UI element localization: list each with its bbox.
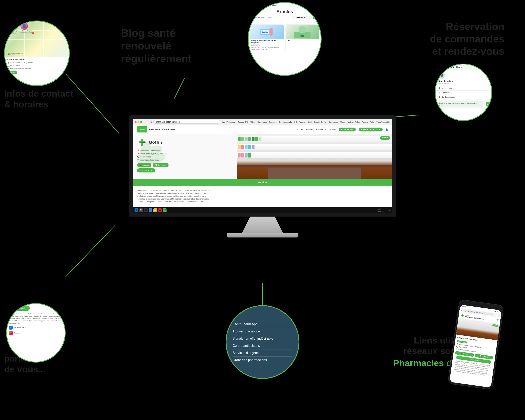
product-7 <box>259 137 262 141</box>
bookmark-gms[interactable]: GMS <box>307 121 312 123</box>
account-menu-mon-compte[interactable]: 👤 Mon compte <box>436 86 491 90</box>
bookmark-fanpage[interactable]: Fanpage <box>268 121 277 123</box>
phone-menu-icon[interactable]: ⋮ <box>498 315 499 317</box>
bookmark-analytics-robin[interactable]: Analytics Robin <box>346 121 361 123</box>
bookmark-compharm[interactable]: COMPharma <box>293 121 306 123</box>
blog-search-button[interactable]: 🔍 <box>313 16 319 19</box>
bookmark-tickets[interactable]: Tickets | Trello <box>362 121 375 123</box>
blog-article-2[interactable]: Atte... <box>285 24 319 51</box>
link-pharmaciens[interactable]: Ordre des pharmaciens <box>233 357 292 364</box>
bubble-blog: Articles Promotions Contact Articles Thè… <box>248 2 322 76</box>
close-dot[interactable] <box>134 121 137 123</box>
phone-commander-icon: 🛒 <box>469 358 471 360</box>
site-logo: GOFFIN Pharmacie Goffin Kleyer <box>137 126 175 132</box>
nav-rdv-button[interactable]: Prendre rendez-vous <box>359 128 383 131</box>
svg-point-16 <box>299 26 306 33</box>
nav-refresh[interactable]: ↻ <box>150 121 152 123</box>
blog-nav-contact[interactable]: Contact <box>271 5 277 7</box>
chat-section: Bonjour, je voudrais réserver les produi… <box>436 99 491 109</box>
browser-nav: ← → ↻ <box>144 121 152 123</box>
nav-promotions[interactable]: Promotions <box>316 128 326 131</box>
phone-signal-icon: ●●● <box>493 310 496 312</box>
blood-pressure-svg: 120/80 <box>259 26 275 38</box>
chat-send-button[interactable]: ► <box>486 102 490 106</box>
product-5 <box>252 137 254 141</box>
taskbar: ⊞ 🔍 ▧ e 📁 A ◯ 10:1615-06-22 FRA <box>133 207 392 213</box>
link-effet[interactable]: Signaler un effet indésirable <box>233 335 292 342</box>
bookmark-easypharm[interactable]: Easypharm <box>257 121 268 123</box>
blog-search-input[interactable] <box>251 16 293 19</box>
phone-cross-svg <box>460 313 465 318</box>
social-instagram-row: ◯ Suivez-n... <box>9 331 63 335</box>
nav-forward[interactable]: → <box>147 121 149 123</box>
bookmark-vue[interactable]: Vue d'ensemble <box>376 121 391 123</box>
facebook-icon[interactable]: f <box>9 326 13 330</box>
taskbar-chrome[interactable]: ◯ <box>163 208 167 212</box>
taskbar-edge[interactable]: e <box>149 208 152 212</box>
link-antipoisons[interactable]: Centre antipoisons <box>233 342 292 349</box>
product-6 <box>255 137 258 141</box>
taskbar-folder[interactable]: 📁 <box>153 208 157 212</box>
browser-url-bar[interactable]: pharmacie-goffin-kleyer.be <box>153 120 220 124</box>
contact-appeler-btn[interactable]: Appeler <box>7 71 17 74</box>
phone-header-icon[interactable]: ☰ <box>496 319 499 322</box>
bookmark-google-agenda[interactable]: Google Agenda <box>278 121 292 123</box>
nav-back[interactable]: ← <box>144 121 146 123</box>
bubble-account-content: Pharmacie Goffin Kleyer 👤 Nom du patient… <box>436 64 491 120</box>
contact-address-row: 📍 Boulevard Kleyer 13A, 4000 Liège <box>7 62 66 64</box>
bookmark-creator[interactable]: Creator Studio <box>313 121 327 123</box>
nav-accueil[interactable]: Accueil <box>297 128 303 131</box>
contact-title: Contactez-nous <box>7 58 66 61</box>
blog-header: Articles Promotions Contact Articles Thè… <box>249 3 321 23</box>
person-francois: 👤 François-Régis Goffin Pharmacien <box>8 22 19 34</box>
phone-battery-icon: ▮ <box>498 311 500 313</box>
phone-screen: 13:57 ●●● ∿ ▮ ← 🔒 pharmacie-goffin-kleye… <box>449 305 502 388</box>
link-notice[interactable]: Trouver une notice <box>233 328 292 335</box>
link-urgence[interactable]: Services d'urgence <box>233 349 292 357</box>
product-2 <box>241 137 244 141</box>
phone-share-icon[interactable]: ⇧ <box>494 314 496 316</box>
map-address-label: Bd Gustave Kleyer 13A4000 Liège <box>8 53 23 56</box>
map-street-h2 <box>5 39 69 40</box>
blog-nav-promotions[interactable]: Promotions <box>259 5 269 7</box>
taskbar-app1[interactable]: A <box>158 208 162 212</box>
bubble-account: Pharmacie Goffin Kleyer 👤 Nom du patient… <box>435 64 492 121</box>
phone-tabs-icon[interactable]: □ <box>496 314 497 316</box>
nav-contact[interactable]: Contact <box>329 128 336 131</box>
bookmark-analytics[interactable]: G Analytics <box>328 121 338 123</box>
taskbar-task-view[interactable]: ▧ <box>144 208 148 212</box>
site-hero-left: GOFFIN Goffin 📍 Pharmacie Goffin Kleyer <box>133 134 237 179</box>
instagram-icon[interactable]: ◯ <box>9 331 13 335</box>
product-12 <box>252 145 254 149</box>
svg-line-1 <box>174 78 185 98</box>
bookmark-tableau[interactable]: Tableau SAS – Tab... <box>237 121 256 123</box>
taskbar-search[interactable]: 🔍 <box>139 208 143 212</box>
account-menu-deconnect[interactable]: 🚪 Se déconnecter <box>436 95 491 99</box>
blog-nav-articles[interactable]: Articles <box>251 5 257 7</box>
svg-line-0 <box>66 74 119 133</box>
nav-articles[interactable]: Articles <box>306 128 313 131</box>
blog-theme-select[interactable]: Thèmes: Aucun ▾ <box>295 16 312 19</box>
product-3 <box>245 137 248 141</box>
blog-article-date-1: Le 2 juin 2022 <box>250 44 284 47</box>
nav-user-icon[interactable]: 👤 <box>385 128 388 131</box>
taskbar-windows[interactable]: ⊞ <box>134 208 138 212</box>
maximize-dot[interactable] <box>140 121 142 123</box>
minimize-dot[interactable] <box>137 121 140 123</box>
monitor: ← → ↻ pharmacie-goffin-kleyer.be WordPre… <box>129 115 396 237</box>
monitor-base <box>227 233 298 237</box>
product-15 <box>245 153 248 158</box>
phone-nav-back[interactable]: ← <box>461 309 463 311</box>
bookmark-wordpress[interactable]: WordPress.com <box>222 121 236 123</box>
account-menu-commandes[interactable]: 🛒 Commandes <box>436 90 491 95</box>
link-easypharm[interactable]: EASYPharm App <box>233 321 292 328</box>
nav-commander-button[interactable]: Commander <box>339 128 356 131</box>
commander-big-button[interactable]: 🛒 commander <box>9 306 30 311</box>
phone-frame: 13:57 ●●● ∿ ▮ ← 🔒 pharmacie-goffin-kleye… <box>448 299 504 390</box>
contact-email-row: ✉ pharmaciegoffin@gmail.com <box>7 67 66 69</box>
bookmark-maps[interactable]: Maps <box>339 121 346 123</box>
phone-url-icon: 🔒 <box>465 310 467 311</box>
product-9 <box>241 145 244 149</box>
blog-article-1[interactable]: 120/80 Pourquoi l'hypertension est-elle … <box>250 24 284 51</box>
taskbar-icons: ⊞ 🔍 ▧ e 📁 A ◯ <box>134 208 167 212</box>
